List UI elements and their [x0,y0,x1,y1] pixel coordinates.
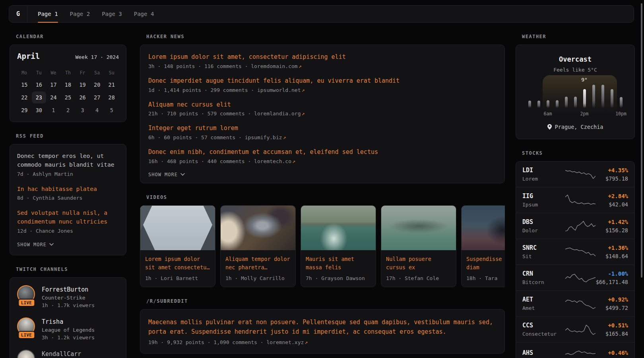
calendar-grid: MoTuWeThFrSaSu15161718192021222324252627… [17,68,119,116]
weather-location: Prague, Czechia [524,124,627,130]
top-navbar: G Page 1Page 2Page 3Page 4 [9,5,634,23]
rss-item[interactable]: Donec tempor eros leo, ut commodo mauris… [17,152,119,177]
stock-ticker: DBS [522,218,565,226]
calendar-date-cell: 20 [90,79,105,91]
hackernews-item-title-link[interactable]: Aliquam nec cursus elit [148,101,231,109]
stock-sparkline [565,194,596,206]
video-title[interactable]: Suspendisse diam [466,255,505,272]
twitch-card: LIVE ForrestBurton Counter-Strike 1h · 1… [10,277,126,358]
video-thumbnail [301,206,376,250]
calendar-date-cell: 21 [104,79,119,91]
video-title[interactable]: Lorem ipsum dolor sit amet consectetu… [145,255,210,272]
weather-time-label: 2pm [580,111,589,117]
calendar-date-cell: 27 [90,91,105,103]
video-thumbnail [140,206,215,250]
calendar-date-cell: 3 [75,104,90,116]
stock-sparkline [565,246,596,258]
hackernews-section: HACKER NEWS Lorem ipsum dolor sit amet, … [140,34,505,183]
twitch-channel-name[interactable]: ForrestBurton [42,285,95,293]
app-logo[interactable]: G [9,6,27,22]
rss-item[interactable]: In hac habitasse platea 8d · Cynthia Sau… [17,185,119,201]
video-title[interactable]: Nullam posuere cursus ex [386,255,451,272]
stock-change: +2.84% [596,193,628,199]
hackernews-item: Integer eget rutrum lorem 6h · 60 points… [148,124,497,140]
stock-row: DBS Dolor +1.42% $156.28 [516,213,634,239]
page-scrollbar[interactable] [641,3,642,278]
twitch-channel-game: Counter-Strike [42,295,95,301]
videos-carousel: Lorem ipsum dolor sit amet consectetu… 1… [140,205,505,287]
weather-bar [611,89,613,108]
calendar-day-name: Fr [75,68,90,78]
subreddit-post-title[interactable]: Maecenas mollis pulvinar erat non posuer… [148,317,497,337]
twitch-channel-row[interactable]: LIVE ForrestBurton Counter-Strike 1h · 1… [17,285,119,308]
video-card[interactable]: Lorem ipsum dolor sit amet consectetu… 1… [140,205,215,287]
video-card[interactable]: Nullam posuere cursus ex 17h · Stefan Co… [381,205,456,287]
nav-tab[interactable]: Page 2 [70,6,90,22]
calendar-date-cell: 17 [46,79,61,91]
calendar-day-name: We [46,68,61,78]
rss-card: Donec tempor eros leo, ut commodo mauris… [10,144,126,255]
hackernews-item-title-link[interactable]: Integer eget rutrum lorem [148,124,238,133]
rss-item-meta: 7d · Ashlyn Martin [17,171,119,177]
weather-bars [528,85,623,108]
stock-name: Sit [522,253,565,259]
stock-name: Amet [522,305,565,311]
hackernews-item-title-link[interactable]: Donec enim nibh, condimentum et accumsan… [148,148,378,157]
video-thumbnail [221,206,295,250]
nav-tab[interactable]: Page 4 [134,6,154,22]
rss-item[interactable]: Sed volutpat nulla nisl, a condimentum n… [17,209,119,234]
stock-change: +4.35% [596,167,628,173]
video-card[interactable]: Mauris sit amet massa felis 7h · Grayson… [301,205,376,287]
stocks-section-header: STOCKS [522,150,635,156]
nav-tab[interactable]: Page 3 [102,6,122,22]
rss-item-title[interactable]: Donec tempor eros leo, ut commodo mauris… [17,152,119,169]
video-card[interactable]: Suspendisse diam 18h · Tara [461,205,505,287]
stock-price: $148.64 [596,253,628,259]
calendar-day-name: Th [61,68,76,78]
video-meta: 1h · Molly Carrillo [225,275,291,281]
nav-tab[interactable]: Page 1 [38,6,58,22]
hackernews-item-title-link[interactable]: Lorem ipsum dolor sit amet, consectetur … [148,53,346,62]
stock-name: Ipsum [522,202,565,208]
external-link-icon: ↗ [305,339,308,345]
twitch-channel-row[interactable]: LIVE KendallCarr [17,350,119,358]
twitch-channel-row[interactable]: LIVE Trisha League of Legends 3h · 1.2k … [17,317,119,340]
rss-item-title[interactable]: Sed volutpat nulla nisl, a condimentum n… [17,209,119,226]
nav-tabs: Page 1Page 2Page 3Page 4 [27,6,154,22]
twitch-channel-name[interactable]: KendallCarr [42,350,81,358]
weather-bar [537,101,540,108]
calendar-date-cell: 26 [75,91,90,103]
video-title[interactable]: Aliquam tempor dolor nec pharetra… [225,255,291,272]
stock-change: +0.92% [596,296,628,303]
external-link-icon: ↗ [302,111,305,117]
videos-section-header: VIDEOS [146,195,505,200]
stock-change: +0.51% [596,322,628,329]
calendar-date-cell: 5 [104,104,119,116]
stock-change: -1.00% [596,270,628,277]
hackernews-item-title-link[interactable]: Donec imperdiet augue tincidunt felis al… [148,77,400,86]
stock-sparkline [565,168,596,181]
stock-sparkline [565,298,596,310]
external-link-icon: ↗ [302,87,305,93]
stock-row: CRN Bitcorn -1.00% $66,171.48 [516,265,634,290]
video-title[interactable]: Mauris sit amet massa felis [306,255,371,272]
stock-ticker: CCS [522,322,565,329]
calendar-section: CALENDAR April Week 17 · 2024 MoTuWeThFr… [10,34,126,122]
weather-location-text: Prague, Czechia [555,124,603,130]
subreddit-post-meta: 19h · 9,932 points · 1,090 comments · lo… [148,339,497,345]
twitch-channel-name[interactable]: Trisha [42,317,95,325]
external-link-icon: ↗ [283,134,286,140]
left-column: CALENDAR April Week 17 · 2024 MoTuWeThFr… [10,34,126,358]
hackernews-show-more-button[interactable]: SHOW MORE [148,172,497,177]
calendar-date-cell: 25 [61,91,76,103]
video-card[interactable]: Aliquam tempor dolor nec pharetra… 1h · … [220,205,296,287]
video-meta: 17h · Stefan Cole [386,275,451,281]
twitch-channel-game: League of Legends [42,327,95,333]
stock-row: IIG Ipsum +2.84% $42.04 [516,187,634,213]
rss-item-title[interactable]: In hac habitasse platea [17,185,119,194]
hackernews-item-meta: 1d · 1,414 points · 299 comments · ipsum… [148,87,497,93]
rss-show-more-button[interactable]: SHOW MORE [17,242,119,247]
stock-name: Bitcorn [522,279,565,285]
video-thumbnail [381,206,456,250]
calendar-date-cell: 18 [61,79,76,91]
